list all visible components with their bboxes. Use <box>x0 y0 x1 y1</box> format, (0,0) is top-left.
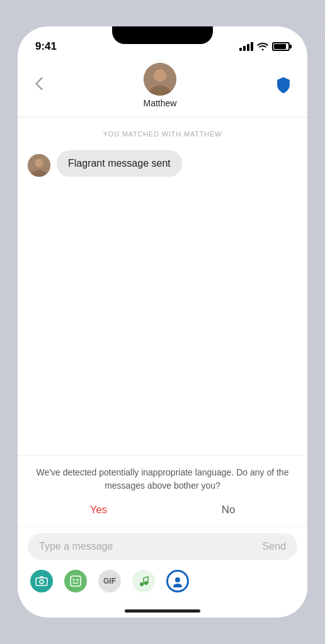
contact-name[interactable]: Matthew <box>144 98 177 108</box>
home-indicator <box>18 599 307 618</box>
music-icon[interactable] <box>132 570 155 592</box>
messages-area[interactable]: YOU MATCHED WITH MATTHEW Flagrant messag… <box>18 118 307 455</box>
phone-frame: 9:41 <box>0 0 325 644</box>
yes-button[interactable]: Yes <box>77 501 120 519</box>
sticker-icon[interactable] <box>64 570 87 592</box>
svg-point-4 <box>35 158 43 167</box>
message-bubble: Flagrant message sent <box>57 150 182 177</box>
phone-screen: 9:41 <box>18 26 307 618</box>
status-icons <box>239 42 290 52</box>
gif-icon[interactable]: GIF <box>98 570 121 592</box>
svg-point-13 <box>175 577 180 582</box>
svg-point-14 <box>173 584 182 587</box>
no-button[interactable]: No <box>209 501 248 519</box>
input-row: Type a message Send <box>28 533 297 560</box>
warning-actions: Yes No <box>33 501 292 519</box>
gif-label: GIF <box>103 577 116 586</box>
match-notice: YOU MATCHED WITH MATTHEW <box>28 130 297 138</box>
warning-section: We've detected potentially inappropriate… <box>18 455 307 526</box>
svg-point-9 <box>73 579 75 581</box>
svg-point-12 <box>144 581 148 585</box>
battery-icon <box>272 42 290 51</box>
send-button[interactable]: Send <box>263 541 286 552</box>
wifi-icon <box>257 42 268 52</box>
chat-header: Matthew <box>18 58 307 118</box>
message-row: Flagrant message sent <box>28 150 297 177</box>
toolbar: GIF <box>18 565 307 599</box>
message-input-area: Type a message Send <box>18 526 307 565</box>
warning-text: We've detected potentially inappropriate… <box>33 466 292 492</box>
svg-rect-8 <box>71 576 81 586</box>
signal-icon <box>239 42 253 51</box>
svg-point-10 <box>77 579 79 581</box>
camera-icon[interactable] <box>30 570 53 592</box>
message-avatar <box>28 154 50 177</box>
back-button[interactable] <box>30 75 48 96</box>
status-time: 9:41 <box>35 40 57 53</box>
message-input[interactable]: Type a message <box>39 541 263 552</box>
bitmoji-icon[interactable] <box>166 570 189 592</box>
shield-button[interactable] <box>272 74 295 97</box>
svg-point-11 <box>140 582 144 586</box>
home-bar <box>125 609 200 613</box>
notch <box>112 26 213 44</box>
svg-rect-6 <box>36 578 47 586</box>
svg-point-1 <box>154 69 166 82</box>
avatar[interactable] <box>144 63 176 96</box>
header-center: Matthew <box>144 63 177 108</box>
svg-point-7 <box>40 580 43 584</box>
